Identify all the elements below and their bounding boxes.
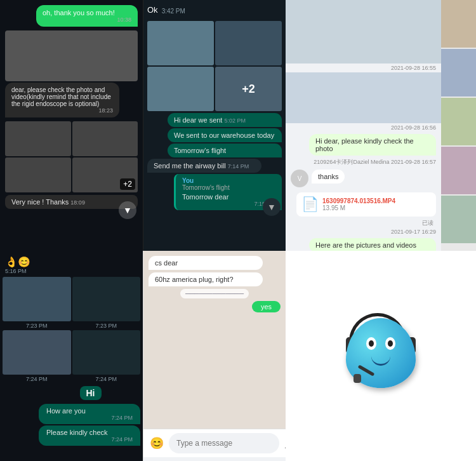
plus2-badge: +2	[215, 67, 282, 111]
mascot-eye-left	[366, 337, 376, 350]
date-chip: ─────────────	[180, 289, 249, 298]
panel-bottom-left: 👌😊 5:16 PM 7:23 PM 7:23 PM 7:24 PM 7:24 …	[0, 251, 143, 461]
panel-bottom-right	[286, 251, 476, 461]
warehouse-img-3	[147, 67, 214, 111]
pupil-right	[388, 340, 393, 347]
pictures-videos-message: Here are the pictures and videos	[309, 238, 436, 251]
ok-message: Ok	[147, 4, 158, 16]
description-message: dear, please check the photo and video(k…	[5, 83, 119, 117]
thanks-row: V thanks	[286, 167, 441, 190]
scroll-down-button[interactable]: ▼	[119, 201, 136, 219]
thanks-message: Very nice ! Thanks 18:09	[5, 195, 138, 209]
cs-dear-message: cs dear	[149, 256, 263, 270]
user-info: 2109264卡泽列Daziel Medina 2021-09-28 16:57	[286, 157, 441, 167]
warehouse-img-2	[215, 21, 282, 65]
how-are-you-message: How are you 7:24 PM	[39, 404, 140, 424]
tomorrows-flight-msg: Tomorrow's flight	[168, 144, 282, 157]
file-attachment[interactable]: 📄 1630997874.013516.MP4 13.95 M	[296, 192, 436, 217]
warehouse-img-1	[147, 21, 214, 65]
message-input-bar: 😊 🎤	[143, 429, 286, 457]
panel-bottom-middle: cs dear 60hz america plug, right? ──────…	[143, 251, 286, 461]
bl-img-2	[72, 277, 141, 321]
mascot-container	[340, 251, 422, 461]
thumbnail-1[interactable]	[441, 0, 476, 48]
warehouse-image-grid: +2	[147, 21, 282, 111]
grid-image-1	[5, 121, 71, 156]
secondary-image	[286, 72, 441, 123]
thumbnail-4[interactable]	[441, 147, 476, 194]
please-kindly-check-message: Please kindly check 7:24 PM	[39, 425, 140, 446]
panel-top-left: oh, thank you so much! 10:38 dear, pleas…	[0, 0, 143, 251]
thanks-recv-msg: thanks	[312, 170, 345, 184]
time-label-1: 5:16 PM	[3, 268, 140, 277]
image-grid-with-badge: +2	[5, 121, 138, 192]
headset-mic-head	[354, 374, 361, 383]
thumbnail-5[interactable]	[441, 196, 476, 243]
panel-top-right: 2021-09-28 16:55 2021-09-28 16:56 Hi dea…	[286, 0, 476, 251]
hi-dear-sent: Hi dear we sent 5:02 PM	[168, 113, 282, 127]
thumbnail-2[interactable]	[441, 49, 476, 97]
top-product-image	[286, 0, 441, 63]
grid-image-3	[5, 157, 71, 192]
send-airway-bill-msg: Send me the airway bill 7:14 PM	[147, 159, 261, 173]
product-image-large	[5, 30, 138, 81]
thank-you-message: oh, thank you so much! 10:38	[36, 5, 138, 27]
user-avatar: V	[291, 170, 308, 187]
bl-img-3	[3, 330, 71, 375]
pupil-left	[369, 340, 374, 347]
hi-message: Hi	[80, 386, 102, 400]
chat-message-area: cs dear 60hz america plug, right? ──────…	[143, 251, 286, 429]
check-photo-message: Hi dear, please kindly check the photo	[309, 134, 436, 156]
message-input[interactable]	[169, 433, 279, 453]
thumbnail-3[interactable]	[441, 98, 476, 145]
grid-image-4: +2	[72, 157, 138, 192]
emoji-button[interactable]: 😊	[150, 436, 164, 450]
grid-image-2	[72, 121, 138, 156]
scroll-down-icon[interactable]: ▼	[263, 198, 281, 216]
file-icon: 📄	[301, 196, 319, 213]
emoji-reaction: 👌😊	[3, 253, 140, 268]
warehouse-today-msg: We sent to our warehouse today	[168, 128, 282, 142]
60hz-message: 60hz america plug, right?	[149, 272, 263, 286]
mascot-smile	[371, 356, 390, 366]
thumbnail-list	[441, 0, 476, 251]
panel-top-middle: Ok 3:42 PM +2 Hi dear we sent 5:02 PM We…	[143, 0, 286, 251]
chat-main-content: 2021-09-28 16:55 2021-09-28 16:56 Hi dea…	[286, 0, 441, 251]
bl-img-1	[3, 277, 71, 321]
bottom-image-grid: 7:23 PM 7:23 PM 7:24 PM 7:24 PM	[3, 277, 140, 382]
support-mascot	[340, 312, 422, 401]
bl-img-4	[72, 330, 141, 375]
yes-chip: yes	[252, 301, 281, 312]
mascot-eye-right	[385, 337, 395, 350]
